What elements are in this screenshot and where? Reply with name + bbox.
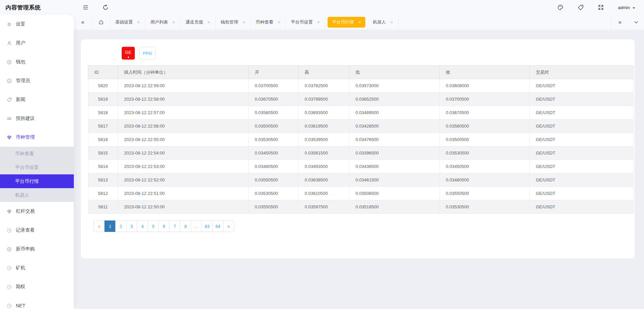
cell-close: 0.03450500 <box>440 160 530 173</box>
cell-low: 0.03428500 <box>349 119 440 133</box>
sidebar-item-leverage-trading[interactable]: 杠杆交易 <box>0 202 74 221</box>
table-row: 5812 2023-08-12 22:51:00 0.03530500 0.03… <box>88 187 634 200</box>
cell-close: 0.03530500 <box>440 200 530 214</box>
sidebar-item-news[interactable]: 新闻 <box>0 90 74 109</box>
tab-close-icon[interactable]: × <box>137 20 140 25</box>
tabs-menu-chevron-icon[interactable] <box>628 15 644 30</box>
page-button-83[interactable]: 83 <box>202 220 213 232</box>
dollar-circle-icon <box>7 60 12 65</box>
tabs-scroll-right-button[interactable]: » <box>611 15 628 30</box>
cell-high: 0.03782500 <box>299 79 349 93</box>
sidebar-subitem-platform-coin-settings[interactable]: 平台币设置 <box>0 161 74 174</box>
page-button-4[interactable]: 4 <box>137 220 148 232</box>
cell-insert-time: 2023-08-12 22:52:00 <box>118 173 249 187</box>
cell-id: 5819 <box>88 93 118 106</box>
cell-open: 0.03480500 <box>249 160 299 173</box>
sidebar-item-label: 设置 <box>16 21 25 27</box>
tab-item[interactable]: 币种查看 × <box>251 15 286 30</box>
page-next-button[interactable]: » <box>223 220 234 232</box>
sidebar-subitem-robot[interactable]: 机器人 <box>0 188 74 202</box>
page-button-5[interactable]: 5 <box>148 220 159 232</box>
cell-high: 0.03693500 <box>299 106 349 119</box>
tabs-scroll-left-button[interactable]: « <box>74 15 92 30</box>
cell-pair: GE/USDT <box>530 187 634 200</box>
table-row: 5819 2023-08-12 22:58:00 0.03670500 0.03… <box>88 93 634 106</box>
home-tab-button[interactable] <box>92 15 110 30</box>
gear-icon <box>7 22 12 27</box>
page-button-2[interactable]: 2 <box>115 220 126 232</box>
sidebar-item-options[interactable]: 期权 <box>0 277 74 296</box>
table-row: 5820 2023-08-12 22:59:00 0.03700500 0.03… <box>88 79 634 93</box>
sidebar-item-label: NET <box>16 303 25 308</box>
tab-item[interactable]: 平台币设置 × <box>286 15 325 30</box>
tab-label: 基础设置 <box>115 19 133 25</box>
cell-pair: GE/USDT <box>530 146 634 160</box>
tab-item-active[interactable]: 平台币行情 × <box>328 17 365 28</box>
topbar: admin <box>74 0 644 15</box>
sidebar-item-new-coin-subscription[interactable]: 新币申购 <box>0 240 74 259</box>
sidebar-item-coin-management[interactable]: 币种管理 <box>0 128 74 147</box>
cell-pair: GE/USDT <box>530 79 634 93</box>
sidebar-item-feedback[interactable]: 投拆建议 <box>0 109 74 128</box>
cell-id: 5813 <box>88 173 118 187</box>
sidebar-item-users[interactable]: 用户 <box>0 34 74 53</box>
sidebar-item-settings[interactable]: 设置 <box>0 15 74 34</box>
page-button-84[interactable]: 84 <box>212 220 223 232</box>
page-button-3[interactable]: 3 <box>126 220 137 232</box>
cell-low: 0.03489500 <box>349 106 440 119</box>
cell-open: 0.03550500 <box>249 200 299 214</box>
tab-close-icon[interactable]: × <box>207 20 210 25</box>
column-header-high: 高 <box>299 66 349 79</box>
sidebar-item-mining-machine[interactable]: 矿机 <box>0 259 74 277</box>
tab-item[interactable]: 机器人 × <box>368 15 398 30</box>
cell-low: 0.03518500 <box>349 200 440 214</box>
cell-high: 0.03610500 <box>299 187 349 200</box>
page-button-7[interactable]: 7 <box>169 220 180 232</box>
cell-low: 0.03652500 <box>349 93 440 106</box>
sidebar-subitem-platform-coin-market[interactable]: 平台币行情 <box>0 174 74 188</box>
tab-close-icon[interactable]: × <box>278 20 280 25</box>
cell-low: 0.03396500 <box>349 146 440 160</box>
tab-item[interactable]: 通道充值 × <box>180 15 215 30</box>
page-button-8[interactable]: 8 <box>180 220 191 232</box>
coin-ge-button[interactable]: GE <box>122 47 135 60</box>
fullscreen-icon[interactable] <box>598 4 604 10</box>
tab-item[interactable]: 用户列表 × <box>145 15 180 30</box>
page-button-1[interactable]: 1 <box>104 220 116 232</box>
cell-low: 0.03476500 <box>349 133 440 146</box>
tab-label: 币种查看 <box>256 19 273 25</box>
sidebar-item-wallet[interactable]: 钱包 <box>0 53 74 71</box>
tab-close-icon[interactable]: × <box>390 20 393 25</box>
refresh-icon[interactable] <box>102 4 109 10</box>
sidebar-item-label: 期权 <box>16 284 25 290</box>
tab-close-icon[interactable]: × <box>358 20 361 25</box>
tab-item[interactable]: 钱包管理 × <box>216 15 251 30</box>
cell-insert-time: 2023-08-12 22:59:00 <box>118 79 249 93</box>
admin-menu[interactable]: admin <box>618 5 635 10</box>
app-title: 内容管理系统 <box>0 0 74 15</box>
sidebar-subitem-coin-view[interactable]: 币种查看 <box>0 147 74 161</box>
sidebar-item-records[interactable]: 记录查看 <box>0 221 74 240</box>
tab-close-icon[interactable]: × <box>243 20 245 25</box>
page-prev-button[interactable]: « <box>94 220 105 232</box>
tab-item[interactable]: 基础设置 × <box>110 15 145 30</box>
cell-high: 0.03539500 <box>299 133 349 146</box>
sidebar-item-label: 用户 <box>16 40 25 46</box>
sidebar-item-admins[interactable]: 管理员 <box>0 71 74 90</box>
cell-high: 0.03619500 <box>299 119 349 133</box>
pagination: « 1 2 3 4 5 6 7 8 ... 83 84 » <box>94 220 234 232</box>
link-icon <box>7 116 12 121</box>
app-root: { "app": { "title": "内容管理系统" }, "topbar"… <box>0 0 644 309</box>
sidebar-item-net[interactable]: NET <box>0 296 74 309</box>
collapse-sidebar-icon[interactable] <box>83 4 89 10</box>
sidebar-item-label: 管理员 <box>16 78 30 84</box>
main-content: GE PPG ID 插入时间（分钟单位） 开 高 低 收 交易对 <box>74 30 644 309</box>
tag-icon[interactable] <box>578 4 584 10</box>
page-button-6[interactable]: 6 <box>158 220 170 232</box>
tab-close-icon[interactable]: × <box>172 20 175 25</box>
theme-palette-icon[interactable] <box>557 4 563 10</box>
tab-close-icon[interactable]: × <box>317 20 320 25</box>
coin-ppg-button[interactable]: PPG <box>139 47 156 60</box>
cell-pair: GE/USDT <box>530 200 634 214</box>
topbar-right-controls: admin <box>557 4 635 10</box>
